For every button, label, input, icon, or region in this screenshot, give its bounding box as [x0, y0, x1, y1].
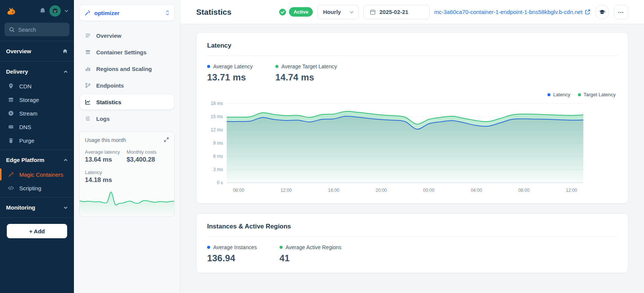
usage-stat-monthly-costs: Monthly costs $3,400.28	[126, 149, 169, 163]
chevron-up-icon	[63, 69, 68, 74]
tab-container-settings[interactable]: Container Settings	[80, 45, 174, 60]
magic-wand-icon	[8, 171, 14, 178]
bunny-logo[interactable]	[5, 5, 17, 17]
plus-icon: +	[29, 228, 32, 234]
select-updown-icon	[165, 10, 170, 16]
sidebar-item-dns[interactable]: DNS	[0, 120, 74, 134]
tab-statistics[interactable]: Statistics	[80, 94, 174, 109]
svg-text:20:00: 20:00	[376, 188, 387, 193]
map-pin-icon	[8, 83, 14, 89]
card-title: Instances & Active Regions	[207, 223, 617, 230]
usage-sparkline-chart	[80, 187, 174, 216]
chevron-down-icon	[349, 10, 354, 14]
search-input[interactable]	[18, 26, 60, 33]
latency-card: Latency Average Latency 13.71 ms Average…	[196, 32, 628, 204]
svg-text:3 ms: 3 ms	[213, 167, 223, 172]
svg-text:6 ms: 6 ms	[213, 154, 223, 159]
storage-disk-icon	[8, 96, 14, 103]
tab-logs[interactable]: Logs	[80, 111, 174, 126]
calendar-icon	[370, 9, 376, 15]
usage-stat-average-latency: Average latency 13.64 ms	[85, 149, 123, 163]
code-icon	[8, 185, 14, 191]
endpoint-link[interactable]: mc-3a60ca70-container-1-endpoint-1-bns58…	[434, 9, 590, 15]
svg-text:16:00: 16:00	[328, 188, 340, 193]
magic-wand-icon	[84, 10, 91, 16]
card-title: Latency	[207, 42, 617, 49]
sidebar-item-scripting[interactable]: Scripting	[0, 181, 74, 195]
sidebar-item-overview[interactable]: Overview	[0, 43, 74, 59]
global-search[interactable]	[5, 23, 69, 36]
sidebar-item-purge[interactable]: Purge	[0, 134, 74, 147]
container-nav: Overview Container Settings Regions and …	[80, 28, 174, 126]
legend-item-latency[interactable]: Latency	[547, 92, 570, 97]
notifications-bell-icon[interactable]	[39, 8, 46, 14]
tab-regions-and-scaling[interactable]: Regions and Scaling	[80, 61, 174, 76]
logs-lines-icon	[85, 115, 91, 122]
status-badge: Active	[289, 7, 313, 17]
container-selector[interactable]: optimizer	[79, 5, 175, 21]
svg-text:04:00: 04:00	[471, 188, 482, 193]
usage-summary-card: Usage this month Average latency 13.64 m…	[79, 131, 175, 217]
search-icon	[9, 27, 15, 32]
secondary-sidebar: optimizer Overview Container Settings Re…	[74, 0, 180, 293]
tab-overview[interactable]: Overview	[80, 28, 174, 43]
status-group: Active	[279, 7, 313, 17]
user-avatar[interactable]	[49, 5, 61, 17]
stat-average-active-regions: Average Active Regions 41	[280, 244, 341, 264]
svg-text:0 s: 0 s	[217, 180, 223, 185]
dns-server-icon	[8, 123, 14, 130]
latency-area-chart: 0 s3 ms6 ms9 ms12 ms15 ms18 ms08:0012:00…	[207, 98, 617, 194]
sidebar-item-magic-containers[interactable]: Magic Containers	[0, 168, 74, 181]
sidebar-add-wrap: + Add	[0, 217, 74, 244]
sidebar-section-monitoring: Monitoring	[0, 197, 74, 217]
external-link-icon	[585, 9, 590, 15]
instances-card: Instances & Active Regions Average Insta…	[196, 213, 628, 273]
stacked-layers-icon	[85, 49, 91, 56]
stat-average-target-latency: Average Target Latency 14.74 ms	[275, 63, 337, 83]
stat-average-instances: Average Instances 136.94	[207, 244, 257, 264]
usage-stat-latency: Latency 14.18 ms	[85, 170, 123, 184]
sidebar-section-header-monitoring[interactable]: Monitoring	[0, 200, 74, 215]
svg-text:12:00: 12:00	[566, 188, 577, 193]
account-chevron-down-icon[interactable]	[64, 9, 69, 13]
line-chart-icon	[85, 99, 91, 105]
svg-text:15 ms: 15 ms	[211, 114, 223, 119]
learn-graduation-cap-button[interactable]	[595, 5, 609, 19]
primary-sidebar: Overview Delivery CDN Storage Stream DN	[0, 0, 74, 293]
svg-text:08:00: 08:00	[233, 188, 244, 193]
sidebar-item-storage[interactable]: Storage	[0, 93, 74, 106]
sidebar-section-header-edge-platform[interactable]: Edge Platform	[0, 152, 74, 168]
expand-icon[interactable]	[164, 137, 169, 142]
sidebar-section-overview: Overview	[0, 41, 74, 61]
divider	[207, 236, 617, 237]
list-icon	[85, 32, 91, 39]
svg-text:12 ms: 12 ms	[211, 127, 223, 133]
page-title: Statistics	[196, 8, 231, 17]
svg-text:9 ms: 9 ms	[213, 140, 223, 146]
chevron-up-icon	[63, 158, 68, 162]
city-bars-icon	[85, 65, 91, 72]
usage-card-title: Usage this month	[85, 137, 126, 143]
more-options-button[interactable]: ...	[614, 5, 628, 19]
legend-item-target-latency[interactable]: Target Latency	[578, 92, 616, 97]
chart-legend: Latency Target Latency	[209, 92, 616, 97]
svg-text:00:00: 00:00	[423, 188, 435, 193]
blue-dot	[207, 246, 210, 249]
sidebar-item-stream[interactable]: Stream	[0, 106, 74, 120]
trash-icon	[8, 137, 14, 144]
chevron-down-icon	[63, 205, 68, 210]
sidebar-section-header-delivery[interactable]: Delivery	[0, 64, 74, 79]
sidebar-item-cdn[interactable]: CDN	[0, 79, 74, 93]
green-dot	[280, 246, 283, 249]
svg-text:12:00: 12:00	[280, 188, 292, 193]
tab-endpoints[interactable]: Endpoints	[80, 78, 174, 93]
page-header: Statistics Active Hourly 2025-02-21 mc-3…	[180, 0, 644, 24]
svg-text:08:00: 08:00	[518, 188, 530, 193]
sidebar-top-bar	[0, 0, 74, 22]
add-button[interactable]: + Add	[7, 224, 67, 238]
divider	[207, 56, 617, 56]
date-picker[interactable]: 2025-02-21	[363, 5, 430, 19]
git-branch-icon	[85, 82, 91, 89]
interval-select[interactable]: Hourly	[317, 5, 359, 19]
sidebar-section-edge-platform: Edge Platform Magic Containers Scripting	[0, 150, 74, 197]
